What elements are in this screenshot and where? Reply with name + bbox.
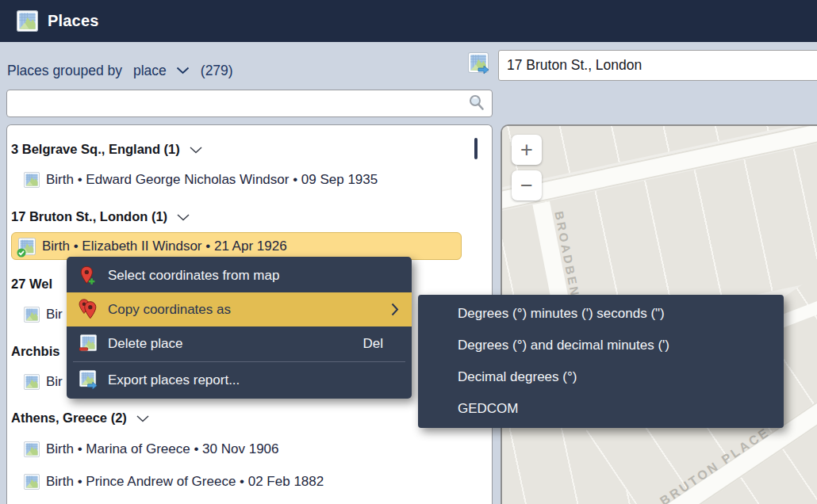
place-event-row[interactable]: Bir: [24, 305, 63, 324]
chevron-down-icon: [190, 147, 202, 154]
map-export-icon: [76, 370, 100, 390]
places-count: (279): [201, 63, 233, 79]
place-thumbnail-icon: [24, 441, 40, 457]
grouped-by-bar: Places grouped by place (279): [7, 61, 233, 80]
search-box: [6, 90, 493, 117]
group-header[interactable]: Archbis: [11, 342, 59, 361]
submenu-arrow-icon: [391, 303, 399, 316]
submenu-item-gedcom[interactable]: GEDCOM: [418, 393, 784, 425]
chevron-down-icon: [136, 415, 149, 422]
pins-copy-icon: [76, 299, 100, 320]
place-thumbnail-icon: [24, 374, 40, 390]
chevron-down-icon: [177, 214, 190, 221]
submenu-item-dms[interactable]: Degrees (°) minutes (') seconds ("): [418, 298, 784, 330]
grouped-by-label: Places grouped by: [7, 63, 122, 79]
context-menu: Select coordinates from map Copy coordin…: [67, 257, 412, 399]
group-header[interactable]: Athens, Greece (2): [11, 408, 149, 427]
group-header[interactable]: 27 Wel: [11, 274, 52, 293]
submenu-item-decimal-degrees[interactable]: Decimal degrees (°): [418, 361, 784, 393]
place-thumbnail-icon: [24, 172, 40, 188]
menu-item-label: Export places report...: [108, 372, 240, 388]
title-bar: Places: [0, 0, 817, 42]
check-icon: [17, 248, 26, 258]
copy-coordinates-submenu: Degrees (°) minutes (') seconds (") Degr…: [418, 295, 784, 428]
places-window: Places Places grouped by place (279) 3 B…: [0, 0, 817, 504]
menu-separator: [73, 361, 405, 362]
list-scrollbar-thumb[interactable]: [474, 138, 478, 159]
map-delete-icon: [76, 334, 100, 353]
zoom-out-button[interactable]: −: [512, 170, 542, 200]
menu-item-label: Delete place: [108, 336, 183, 352]
menu-item-label: Copy coordinates as: [108, 302, 231, 318]
zoom-in-button[interactable]: +: [512, 135, 542, 165]
place-event-row-selected[interactable]: Birth • Elizabeth II Windsor • 21 Apr 19…: [11, 232, 462, 260]
group-header[interactable]: 17 Bruton St., London (1): [11, 207, 190, 226]
menu-item-label: Select coordinates from map: [108, 268, 279, 284]
grouped-by-dropdown[interactable]: place: [133, 63, 190, 79]
search-input[interactable]: [6, 90, 493, 117]
group-header[interactable]: 3 Belgrave Sq., England (1): [11, 139, 202, 158]
place-thumbnail-icon: [24, 307, 40, 323]
map-export-arrow-icon[interactable]: [468, 52, 490, 76]
menu-item-delete-place[interactable]: Delete place Del: [67, 326, 412, 361]
menu-item-select-coordinates[interactable]: Select coordinates from map: [67, 258, 412, 292]
menu-item-export-places-report[interactable]: Export places report...: [67, 363, 412, 397]
pin-add-icon: [76, 265, 100, 287]
grouped-by-value: place: [133, 63, 167, 79]
place-event-row[interactable]: Birth • Prince Andrew of Greece • 02 Feb…: [24, 472, 324, 491]
place-event-row[interactable]: Birth • Marina of Greece • 30 Nov 1906: [24, 440, 279, 459]
chevron-down-icon: [176, 67, 190, 74]
place-event-row[interactable]: Bir: [24, 372, 63, 391]
places-icon: [17, 10, 38, 32]
menu-shortcut: Del: [362, 336, 383, 352]
place-name-input[interactable]: [498, 50, 817, 81]
search-icon: [468, 94, 485, 112]
page-title: Places: [48, 12, 99, 30]
place-thumbnail-icon: [24, 474, 40, 490]
menu-item-copy-coordinates[interactable]: Copy coordinates as: [67, 292, 412, 326]
submenu-item-decimal-minutes[interactable]: Degrees (°) and decimal minutes ('): [418, 330, 784, 361]
place-event-row[interactable]: Birth • Edward George Nicholas Windsor •…: [24, 170, 378, 189]
